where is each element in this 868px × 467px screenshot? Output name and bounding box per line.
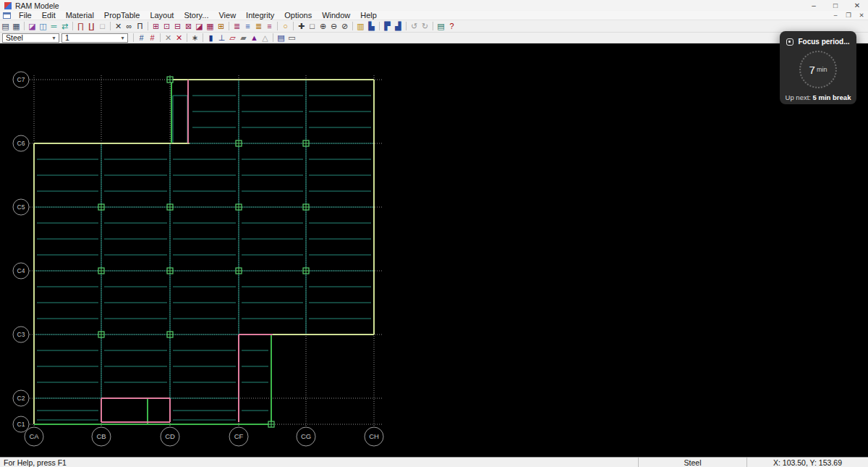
minimize-button[interactable]: – bbox=[803, 0, 825, 11]
footing-tool-icon[interactable]: ▲ bbox=[249, 33, 260, 43]
grid-bubble-label-ch: CH bbox=[369, 432, 379, 440]
main-toolbar: ▤▦◪◫═⇄∏∐□✕∞Π⊞⊡⊟⊠◪▦⊞≣≡≣≡○✚□⊕⊖⊘▥▙▛▟↺↻▤? bbox=[0, 20, 868, 33]
undo-icon[interactable]: ↺ bbox=[409, 21, 420, 31]
material-combo[interactable]: Steel ▾ bbox=[2, 33, 59, 43]
grid-bubble-label-c3: C3 bbox=[17, 331, 25, 338]
status-coordinates: X: 103.50, Y: 153.69 bbox=[746, 458, 868, 467]
label-walls-icon[interactable]: ≣ bbox=[253, 21, 264, 31]
focus-up-next: Up next: 5 min break bbox=[786, 93, 851, 101]
grid-bubble-label-cb: CB bbox=[96, 432, 106, 440]
select-window-icon[interactable]: □ bbox=[307, 21, 318, 31]
child-window-icon[interactable] bbox=[3, 12, 11, 19]
show-beams-icon[interactable]: ⊟ bbox=[172, 21, 183, 31]
child-window-controls: –❐✕ bbox=[829, 12, 868, 19]
brace-tool-icon[interactable]: △ bbox=[260, 33, 271, 43]
story-up-icon[interactable]: ▛ bbox=[382, 21, 393, 31]
swap-direction-icon[interactable]: ⇄ bbox=[59, 21, 70, 31]
story-settings-icon[interactable]: ▥ bbox=[355, 21, 366, 31]
zoom-in-icon[interactable]: ⊕ bbox=[318, 21, 328, 31]
deck-table-icon[interactable]: ▤ bbox=[276, 33, 286, 43]
label-beams-icon[interactable]: ≣ bbox=[231, 21, 242, 31]
toolbar-separator bbox=[293, 22, 294, 30]
menu-story[interactable]: Story... bbox=[179, 11, 213, 20]
label-columns-icon[interactable]: ≡ bbox=[242, 21, 253, 31]
node-tool-icon[interactable]: ✕ bbox=[163, 33, 174, 43]
menu-file[interactable]: File bbox=[14, 11, 37, 20]
toolbar-separator bbox=[148, 22, 148, 30]
align-equal-icon[interactable]: ═ bbox=[48, 21, 59, 31]
pan-move-icon[interactable]: ✚ bbox=[296, 21, 307, 31]
add-node-icon[interactable]: ∗ bbox=[190, 33, 200, 43]
wall-tool-icon[interactable]: ▱ bbox=[227, 33, 238, 43]
fence-select-icon[interactable]: Π bbox=[135, 21, 145, 31]
grid-bubble-label-c4: C4 bbox=[17, 267, 25, 274]
help-icon[interactable]: ? bbox=[446, 21, 457, 31]
grid-bubble-label-c7: C7 bbox=[17, 76, 25, 83]
frame-elevation-icon[interactable]: ∏ bbox=[75, 21, 86, 31]
beam-tool-icon[interactable]: ⊥ bbox=[216, 33, 227, 43]
focus-widget-title: Focus period... bbox=[798, 38, 849, 46]
window-title: RAM Modele bbox=[15, 1, 59, 10]
print-icon[interactable]: ▤ bbox=[435, 21, 446, 31]
show-deck-icon[interactable]: ▦ bbox=[205, 21, 216, 31]
story-chart-icon[interactable]: ▙ bbox=[366, 21, 377, 31]
child-minimize-button[interactable]: – bbox=[829, 12, 842, 19]
focus-session-widget[interactable]: Focus period... 7 min Up next: 5 min bre… bbox=[780, 31, 856, 104]
focus-session-icon bbox=[786, 38, 793, 46]
close-button[interactable]: ✕ bbox=[846, 0, 868, 11]
child-restore-button[interactable]: ❐ bbox=[842, 12, 855, 19]
menu-integrity[interactable]: Integrity bbox=[241, 11, 279, 20]
menu-items: FileEditMaterialPropTableLayoutStory...V… bbox=[14, 11, 382, 20]
save-icon[interactable]: ▤ bbox=[0, 21, 11, 31]
zoom-previous-icon[interactable]: ⊘ bbox=[339, 21, 350, 31]
status-mode: Steel bbox=[638, 458, 746, 467]
zoom-out-icon[interactable]: ⊖ bbox=[328, 21, 339, 31]
chevron-down-icon: ▾ bbox=[118, 35, 127, 41]
show-walls-icon[interactable]: ⊠ bbox=[183, 21, 194, 31]
toolbar-separator bbox=[72, 22, 73, 30]
frame-plan-icon[interactable]: ∐ bbox=[86, 21, 97, 31]
model-canvas-area[interactable]: CACBCDCFCGCHC7C6C5C4C3C2C1 Focus period.… bbox=[0, 43, 868, 457]
wall-gray-icon[interactable]: ▰ bbox=[238, 33, 249, 43]
menu-layout[interactable]: Layout bbox=[145, 11, 179, 20]
grid-delete-icon[interactable]: # bbox=[147, 33, 158, 43]
grid-bubble-label-c6: C6 bbox=[17, 140, 25, 147]
dxf-import-icon[interactable]: ◪ bbox=[27, 21, 38, 31]
menu-edit[interactable]: Edit bbox=[37, 11, 61, 20]
show-braces-icon[interactable]: ◪ bbox=[194, 21, 205, 31]
child-close-button[interactable]: ✕ bbox=[855, 12, 868, 19]
story-down-icon[interactable]: ▟ bbox=[393, 21, 404, 31]
grid-bubble-label-c1: C1 bbox=[17, 421, 25, 428]
up-next-value: 5 min break bbox=[813, 93, 851, 101]
show-loads-icon[interactable]: ⊞ bbox=[216, 21, 226, 31]
focus-timer-ring: 7 min bbox=[799, 51, 837, 88]
node-delete-icon[interactable]: ✕ bbox=[174, 33, 184, 43]
status-help-text: For Help, press F1 bbox=[0, 458, 638, 467]
story-combo[interactable]: 1 ▾ bbox=[61, 33, 128, 43]
menu-window[interactable]: Window bbox=[317, 11, 355, 20]
menu-help[interactable]: Help bbox=[355, 11, 382, 20]
menu-options[interactable]: Options bbox=[279, 11, 317, 20]
menu-proptable[interactable]: PropTable bbox=[99, 11, 145, 20]
find-binoculars-icon[interactable]: ∞ bbox=[124, 21, 135, 31]
grid-bubble-label-cd: CD bbox=[165, 432, 175, 440]
menu-view[interactable]: View bbox=[213, 11, 241, 20]
redo-icon[interactable]: ↻ bbox=[420, 21, 430, 31]
column-tool-icon[interactable]: ▮ bbox=[205, 33, 216, 43]
maximize-button[interactable]: □ bbox=[825, 0, 846, 11]
show-grids-icon[interactable]: ⊞ bbox=[150, 21, 161, 31]
chevron-down-icon: ▾ bbox=[49, 35, 59, 41]
show-columns-icon[interactable]: ⊡ bbox=[161, 21, 172, 31]
focus-time-value: 7 bbox=[809, 64, 815, 76]
floor-plan-drawing[interactable]: CACBCDCFCGCHC7C6C5C4C3C2C1 bbox=[0, 43, 868, 457]
menu-bar: FileEditMaterialPropTableLayoutStory...V… bbox=[0, 11, 868, 20]
clip-tool-icon[interactable]: ✕ bbox=[113, 21, 124, 31]
marquee-select-icon[interactable]: ▭ bbox=[286, 33, 297, 43]
data-check-icon[interactable]: ○ bbox=[280, 21, 291, 31]
summary-table-icon[interactable]: ▦ bbox=[11, 21, 22, 31]
merge-nodes-icon[interactable]: ◫ bbox=[38, 21, 48, 31]
grid-tool-icon[interactable]: # bbox=[136, 33, 147, 43]
menu-material[interactable]: Material bbox=[61, 11, 99, 20]
label-sizes-icon[interactable]: ≡ bbox=[264, 21, 275, 31]
blank-layout-icon[interactable]: □ bbox=[97, 21, 108, 31]
